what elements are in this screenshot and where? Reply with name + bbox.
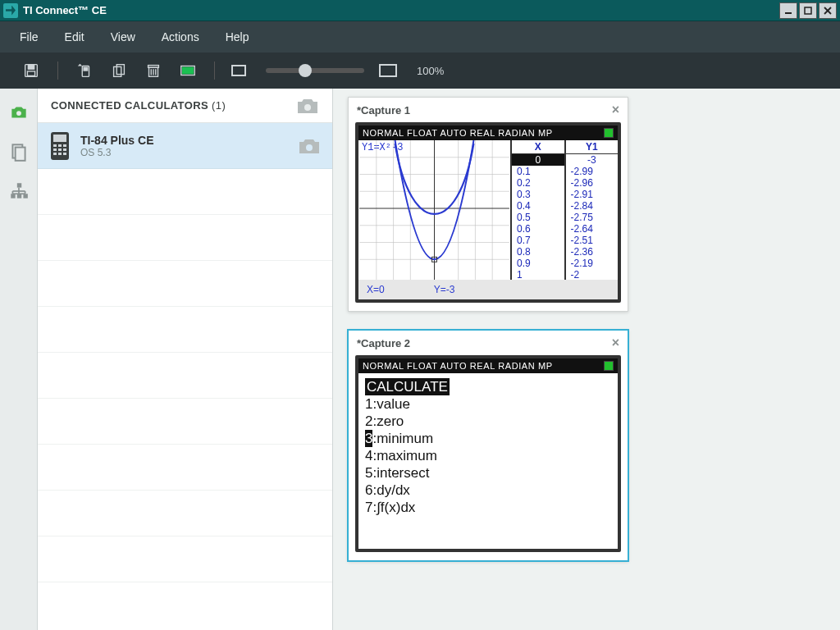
menu-bar: File Edit View Actions Help [0,21,840,52]
captures-canvas: *Capture 1 × NORMAL FLOAT AUTO REAL RADI… [333,89,840,630]
empty-row [38,536,332,582]
empty-row [38,353,332,399]
capture-title: *Capture 1 [357,104,410,116]
menu-edit[interactable]: Edit [65,30,84,43]
svg-rect-17 [183,67,194,73]
send-to-calculator-icon[interactable] [75,61,94,80]
panel-title: CONNECTED CALCULATORS [51,99,208,112]
table-cell: 1 [512,269,564,281]
table-cell: 0.9 [512,258,564,269]
empty-row [38,169,332,215]
svg-rect-36 [53,148,57,151]
tab-program-editor[interactable] [8,180,30,202]
menu-file[interactable]: File [20,30,39,43]
table-col-y: Y1 -3 -2.99 -2.96 -2.91 -2.84 -2.75 -2.6… [564,140,619,280]
device-os: OS 5.3 [80,147,153,158]
left-rail [0,89,38,630]
table-cell: -2.19 [566,258,619,269]
device-name: TI-84 Plus CE [80,134,153,147]
status-line: NORMAL FLOAT AUTO REAL RADIAN MP [363,128,553,138]
panel-count: (1) [212,99,226,112]
table-cell: 0.3 [512,189,564,200]
empty-row [38,445,332,491]
menu-item: 1:value [365,395,611,413]
table-cell: 0.5 [512,212,564,223]
tab-explorer[interactable] [8,141,30,162]
svg-point-30 [304,104,311,111]
capture-device-icon[interactable] [298,137,321,155]
close-button[interactable] [819,2,837,19]
separator [214,62,215,80]
capture-2[interactable]: *Capture 2 × NORMAL FLOAT AUTO REAL RADI… [348,330,628,561]
svg-rect-1 [805,7,811,14]
battery-icon [604,361,614,371]
svg-rect-37 [58,148,62,151]
menu-view[interactable]: View [111,30,135,43]
minimize-button[interactable] [779,2,797,19]
table-cell: -2.84 [566,200,619,212]
svg-rect-32 [53,135,66,142]
graph-plot-icon [358,140,510,280]
svg-rect-39 [53,153,57,155]
table-header: Y1 [566,140,619,154]
svg-rect-9 [114,66,121,76]
menu-item: 7:∫f(x)dx [365,499,611,516]
table-cell: -3 [566,154,619,166]
menu-item: 4:maximum [365,447,611,464]
table-cell: -2.96 [566,177,619,189]
window-title: TI Connect™ CE [23,4,107,16]
graph-area: Y1=X²-3 [358,140,510,280]
capture-1[interactable]: *Capture 1 × NORMAL FLOAT AUTO REAL RADI… [348,97,628,312]
app-logo-icon [3,3,18,18]
empty-row [38,215,332,261]
table-cell: -2.99 [566,166,619,177]
menu-help[interactable]: Help [226,30,249,43]
table-cell: 0.2 [512,177,564,189]
table-col-x: X 0 0.1 0.2 0.3 0.4 0.5 0.6 0.7 0.8 0.9 … [510,140,564,280]
zoom-slider[interactable] [266,68,364,73]
zoom-in-icon[interactable] [379,64,397,77]
separator [57,62,58,80]
svg-rect-6 [27,71,34,76]
table-cell: 0.4 [512,200,564,212]
menu-item: 6:dy/dx [365,482,611,499]
value-table: X 0 0.1 0.2 0.3 0.4 0.5 0.6 0.7 0.8 0.9 … [510,140,618,280]
svg-rect-40 [58,153,62,155]
delete-icon[interactable] [144,61,163,80]
menu-title: CALCULATE [365,378,450,395]
svg-rect-33 [53,144,57,147]
capture-screen-icon[interactable] [178,61,198,80]
table-cell: 0.6 [512,223,564,235]
capture-title: *Capture 2 [357,337,410,349]
device-row[interactable]: TI-84 Plus CE OS 5.3 [38,123,332,169]
table-cell: 0 [512,154,564,166]
status-line: NORMAL FLOAT AUTO REAL RADIAN MP [363,361,553,371]
zoom-out-icon[interactable] [231,65,246,76]
calculator-icon [49,131,71,161]
capture-all-icon[interactable] [296,97,319,115]
table-cell: -2.75 [566,212,619,223]
save-icon[interactable] [21,61,41,80]
svg-rect-34 [58,144,62,147]
menu-item: 2:zero [365,413,611,430]
table-cell: 0.1 [512,166,564,177]
table-cell: 0.7 [512,235,564,246]
svg-rect-15 [148,66,159,68]
svg-rect-5 [28,65,34,70]
copy-icon[interactable] [109,61,129,80]
menu-actions[interactable]: Actions [162,30,199,43]
calc-screen: NORMAL FLOAT AUTO REAL RADIAN MP Y1=X²-3 [355,122,621,303]
tab-screen-capture[interactable] [8,102,30,123]
calc-screen: NORMAL FLOAT AUTO REAL RADIAN MP CALCULA… [355,355,621,552]
maximize-button[interactable] [799,2,817,19]
table-cell: -2.36 [566,246,619,258]
toolbar: 100% [0,52,840,89]
close-icon[interactable]: × [612,103,619,116]
close-icon[interactable]: × [612,336,619,349]
menu-item: 5:intersect [365,464,611,482]
empty-row [38,307,332,353]
menu-item-selected: 3:minimum [365,430,611,447]
title-bar: TI Connect™ CE [0,0,840,21]
panel-header: CONNECTED CALCULATORS (1) [38,89,332,123]
table-header: X [512,140,564,154]
